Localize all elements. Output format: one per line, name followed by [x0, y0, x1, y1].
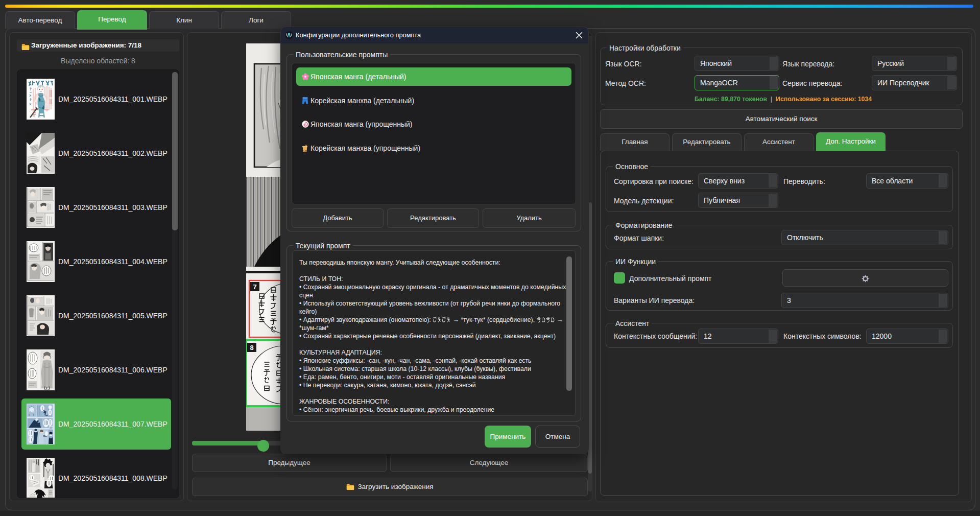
svg-text:7: 7	[253, 283, 256, 291]
svg-text:8: 8	[250, 344, 253, 351]
